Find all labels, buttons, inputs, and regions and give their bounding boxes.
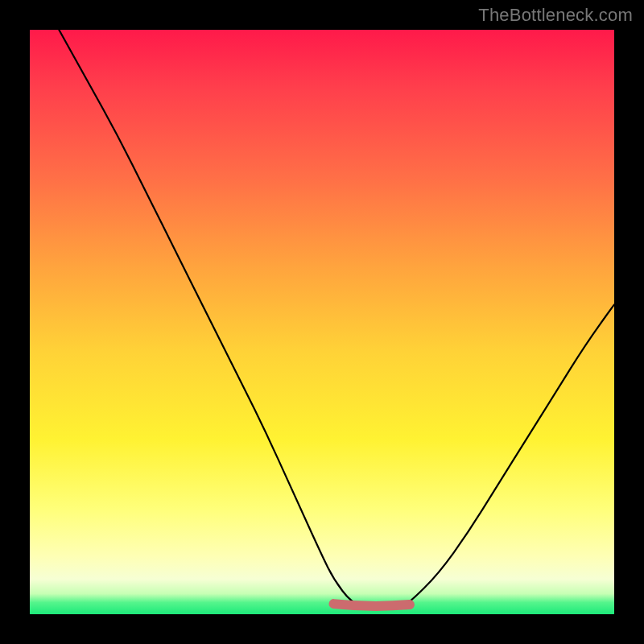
chart-container: TheBottleneck.com <box>0 0 644 644</box>
watermark-text: TheBottleneck.com <box>478 5 633 26</box>
bottleneck-curve <box>59 30 614 609</box>
curve-layer <box>30 30 614 614</box>
plot-area <box>30 30 614 614</box>
valley-marker <box>334 604 410 606</box>
